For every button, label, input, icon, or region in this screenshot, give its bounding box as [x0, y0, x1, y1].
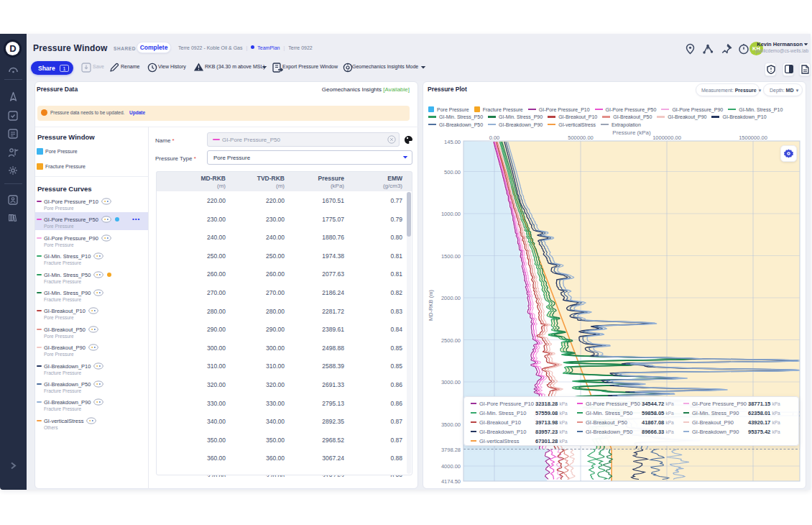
- svg-text:D: D: [9, 43, 16, 54]
